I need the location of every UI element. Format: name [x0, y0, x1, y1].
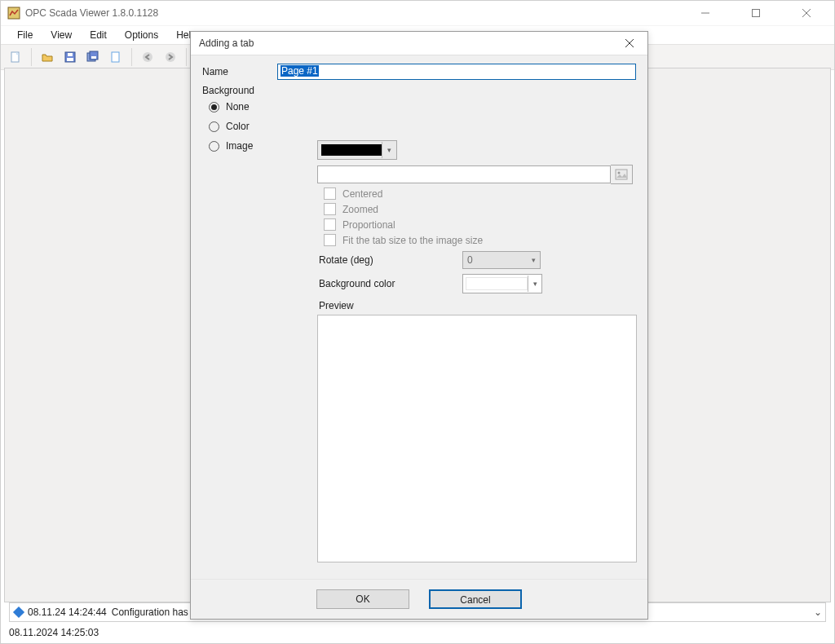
svg-point-19 — [618, 172, 621, 174]
close-button[interactable] — [789, 2, 824, 24]
maximize-button[interactable] — [738, 2, 774, 24]
menu-file[interactable]: File — [9, 28, 41, 42]
dialog-close-button[interactable] — [620, 33, 639, 53]
image-path-input[interactable] — [317, 165, 611, 183]
checkbox-proportional[interactable] — [324, 218, 336, 231]
bgcolor-swatch — [466, 277, 528, 290]
chevron-down-icon: ▾ — [382, 142, 395, 158]
dialog-body: Name Page #1 Background None Color Image — [191, 55, 647, 579]
forward-icon[interactable] — [161, 47, 180, 67]
checkbox-fit-label: Fit the tab size to the image size — [342, 235, 483, 246]
radio-none[interactable] — [209, 102, 219, 112]
app-icon — [7, 7, 20, 20]
rotate-label: Rotate (deg) — [319, 254, 462, 266]
save-icon[interactable] — [60, 47, 80, 67]
svg-point-14 — [166, 52, 175, 62]
title-bar: OPC Scada Viewer 1.8.0.1128 — [1, 1, 834, 25]
new-tab-icon[interactable] — [106, 47, 126, 67]
menu-options[interactable]: Options — [117, 28, 166, 42]
svg-rect-7 — [67, 58, 73, 61]
preview-label: Preview — [319, 300, 636, 311]
checkbox-proportional-label: Proportional — [342, 219, 395, 231]
back-icon[interactable] — [138, 47, 157, 67]
ok-button[interactable]: OK — [316, 589, 409, 609]
log-timestamp: 08.11.24 14:24:44 — [28, 607, 107, 618]
radio-image-label: Image — [226, 140, 253, 152]
window-controls — [687, 2, 824, 24]
cancel-button[interactable]: Cancel — [429, 589, 522, 609]
checkbox-centered-label: Centered — [342, 188, 382, 200]
status-datetime: 08.11.2024 14:25:03 — [9, 627, 99, 638]
color-swatch — [321, 144, 382, 156]
background-options-column: ▾ Centered Zoomed Proportional Fit the t… — [317, 103, 636, 562]
minimize-button[interactable] — [687, 2, 723, 24]
checkbox-zoomed-label: Zoomed — [342, 204, 378, 215]
checkbox-centered[interactable] — [324, 187, 336, 200]
tab-name-input[interactable]: Page #1 — [277, 64, 636, 80]
radio-color[interactable] — [209, 121, 219, 132]
toolbar-separator — [186, 48, 187, 66]
bgcolor-label: Background color — [319, 278, 462, 289]
dialog-title: Adding a tab — [199, 37, 254, 49]
svg-rect-18 — [616, 170, 627, 179]
svg-rect-12 — [112, 52, 119, 62]
radio-none-label: None — [226, 101, 250, 112]
toolbar-separator — [131, 48, 132, 66]
chevron-down-icon: ▾ — [532, 256, 536, 264]
window-title: OPC Scada Viewer 1.8.0.1128 — [25, 7, 158, 19]
save-all-icon[interactable] — [83, 47, 103, 67]
dropdown-chevron-icon[interactable]: ⌄ — [814, 607, 822, 618]
name-label: Name — [202, 66, 277, 77]
bgcolor-picker[interactable]: ▾ — [462, 274, 542, 293]
main-window: OPC Scada Viewer 1.8.0.1128 File View Ed… — [0, 0, 835, 644]
add-tab-dialog: Adding a tab Name Page #1 Background Non… — [190, 31, 648, 620]
new-doc-icon[interactable] — [6, 47, 25, 67]
svg-rect-8 — [68, 53, 73, 56]
menu-view[interactable]: View — [42, 28, 80, 42]
status-bar: 08.11.2024 14:25:03 — [9, 625, 99, 640]
svg-rect-11 — [91, 56, 96, 59]
checkbox-fit[interactable] — [324, 234, 336, 246]
rotate-value: 0 — [467, 254, 473, 266]
radio-image[interactable] — [209, 141, 219, 152]
browse-image-button[interactable] — [611, 165, 633, 184]
chevron-down-icon: ▾ — [528, 276, 541, 292]
open-folder-icon[interactable] — [38, 47, 57, 67]
dialog-button-row: OK Cancel — [191, 579, 647, 619]
toolbar-separator — [31, 48, 32, 66]
menu-edit[interactable]: Edit — [82, 28, 115, 42]
svg-point-13 — [143, 52, 152, 62]
info-icon — [13, 607, 24, 618]
dialog-title-bar: Adding a tab — [191, 32, 647, 55]
rotate-input[interactable]: 0 ▾ — [462, 251, 541, 269]
background-group-label: Background — [202, 85, 636, 96]
tab-name-value: Page #1 — [281, 65, 319, 77]
color-picker[interactable]: ▾ — [317, 140, 397, 160]
radio-color-label: Color — [226, 121, 250, 132]
preview-area — [317, 315, 637, 562]
svg-rect-2 — [753, 10, 760, 17]
checkbox-zoomed[interactable] — [324, 203, 336, 215]
